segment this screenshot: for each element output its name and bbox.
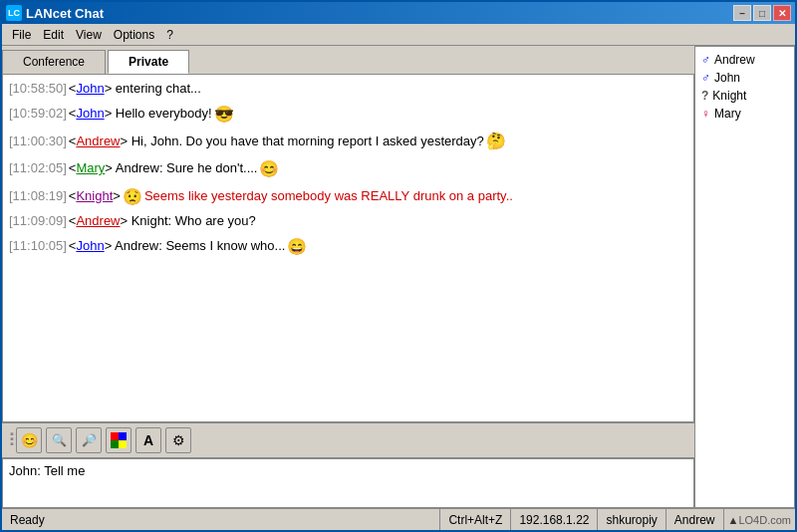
minimize-button[interactable]: – [733, 5, 751, 21]
user-link-john[interactable]: John [76, 238, 104, 253]
status-ip: 192.168.1.22 [511, 509, 598, 530]
menu-edit[interactable]: Edit [37, 26, 70, 44]
user-link-andrew[interactable]: Andrew [76, 213, 120, 228]
menu-help[interactable]: ? [160, 26, 179, 44]
zoom-out-button[interactable]: 🔍 [46, 427, 72, 453]
username-mary: Mary [714, 107, 741, 121]
zoom-in-button[interactable]: 🔎 [76, 427, 102, 453]
menu-file[interactable]: File [6, 26, 37, 44]
message-row: [10:58:50] <John> entering chat... [9, 79, 687, 100]
emoji-button[interactable]: 😊 [16, 427, 42, 453]
tab-bar: Conference Private [2, 46, 694, 74]
status-current-user: Andrew [666, 509, 724, 530]
username-knight: Knight [712, 89, 746, 103]
title-bar: LC LANcet Chat – □ ✕ [2, 2, 795, 24]
message-row: [11:09:09] <Andrew> Knight: Who are you? [9, 211, 687, 232]
main-content: Conference Private [10:58:50] <John> ent… [2, 46, 795, 508]
gender-male-icon: ♂ [701, 53, 710, 67]
toolbar-grip: ⠿ [8, 429, 12, 451]
messages-panel[interactable]: [10:58:50] <John> entering chat... [10:5… [2, 74, 694, 422]
toolbar: ⠿ 😊 🔍 🔎 A ⚙ [2, 422, 694, 458]
user-link-john[interactable]: John [76, 81, 104, 96]
user-link-mary[interactable]: Mary [76, 160, 105, 175]
message-row: [11:02:05] <Mary> Andrew: Sure he don't.… [9, 156, 687, 182]
username-john: John [714, 71, 740, 85]
maximize-button[interactable]: □ [753, 5, 771, 21]
svg-rect-2 [111, 440, 119, 448]
menu-view[interactable]: View [70, 26, 108, 44]
status-bar: Ready Ctrl+Alt+Z 192.168.1.22 shkuropiy … [2, 508, 795, 530]
message-row: [11:08:19] <Knight> 😟 Seems like yesterd… [9, 184, 687, 210]
tab-conference[interactable]: Conference [2, 50, 106, 74]
user-item-andrew[interactable]: ♂ Andrew [699, 51, 790, 69]
font-button[interactable]: A [135, 427, 161, 453]
username-andrew: Andrew [714, 53, 755, 67]
gender-male-icon: ♂ [701, 71, 710, 85]
user-link-knight[interactable]: Knight [76, 188, 113, 203]
status-ready: Ready [2, 509, 440, 530]
user-item-knight[interactable]: ? Knight [699, 87, 790, 105]
message-row: [11:10:05] <John> Andrew: Seems I know w… [9, 234, 687, 260]
message-row: [10:59:02] <John> Hello everybody! 😎 [9, 102, 687, 128]
window-title: LANcet Chat [26, 6, 733, 21]
color-picker-button[interactable] [106, 427, 132, 453]
svg-rect-0 [111, 432, 119, 440]
menu-bar: File Edit View Options ? [2, 24, 795, 46]
message-row: [11:00:30] <Andrew> Hi, John. Do you hav… [9, 129, 687, 154]
input-area: John: Tell me [2, 458, 694, 508]
app-icon: LC [6, 5, 22, 21]
gender-female-icon: ♀ [701, 107, 710, 121]
user-list: ♂ Andrew ♂ John ? Knight ♀ Mary [695, 46, 795, 508]
chat-area: Conference Private [10:58:50] <John> ent… [2, 46, 695, 508]
app-window: LC LANcet Chat – □ ✕ File Edit View Opti… [0, 0, 797, 532]
window-controls: – □ ✕ [733, 5, 791, 21]
settings-button[interactable]: ⚙ [165, 427, 191, 453]
menu-options[interactable]: Options [108, 26, 160, 44]
user-link-andrew[interactable]: Andrew [76, 133, 120, 148]
status-shortcut: Ctrl+Alt+Z [440, 509, 511, 530]
watermark: ▲ LO4D.com [724, 514, 795, 526]
gender-unknown-icon: ? [701, 89, 708, 103]
tab-private[interactable]: Private [108, 50, 189, 74]
user-item-john[interactable]: ♂ John [699, 69, 790, 87]
user-item-mary[interactable]: ♀ Mary [699, 105, 790, 123]
svg-rect-3 [119, 440, 127, 448]
chat-input[interactable]: John: Tell me [9, 463, 687, 503]
status-username: shkuropiy [598, 509, 665, 530]
close-button[interactable]: ✕ [773, 5, 791, 21]
user-link-john[interactable]: John [76, 106, 104, 121]
svg-rect-1 [119, 432, 127, 440]
